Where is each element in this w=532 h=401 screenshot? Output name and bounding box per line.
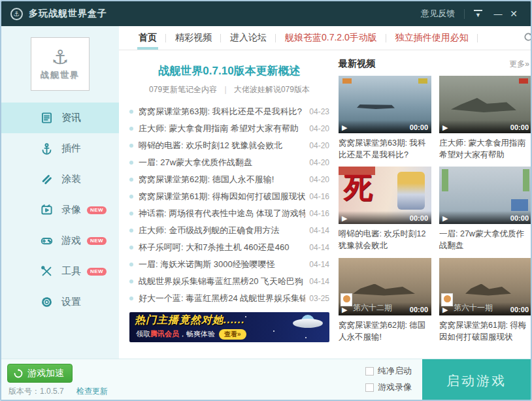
clean-launch-option[interactable]: 纯净启动	[365, 365, 412, 377]
banner-decor	[273, 330, 274, 332]
banner-decor	[245, 316, 246, 317]
footer-bar: 游戏加速 版本号：1.0.5.7 检查更新 纯净启动 游戏录像 启动游戏	[1, 359, 531, 401]
bullet-icon	[129, 144, 133, 148]
sidebar-item-label: 插件	[61, 142, 81, 155]
news-item[interactable]: 一眉: 海妖米诺陶斯 3000经验嘤嘤怪04-14	[129, 256, 329, 273]
video-grid: ▶ 00:00 窝窝屎课堂第63期: 我科比还是不是我科比? ▶	[339, 76, 532, 349]
tab-forum[interactable]: 进入论坛	[221, 26, 276, 50]
news-item[interactable]: 神话霜: 两场很有代表性中途岛 体现了游戏特04-16	[129, 205, 329, 222]
banner-subtext: 领取腾讯会员，畅爽体验查看»	[136, 329, 246, 340]
launch-game-button[interactable]: 启动游戏	[422, 359, 531, 401]
sidebar-item-tools[interactable]: 工具 NEW	[1, 256, 119, 287]
play-icon: ▶	[442, 306, 448, 314]
sidebar-item-games[interactable]: 游戏 NEW	[1, 225, 119, 256]
thumbnail-decor	[418, 78, 427, 84]
video-title: 一眉: 27w蒙大拿优质作战翻盘	[439, 228, 532, 251]
sidebar-item-replays[interactable]: 录像 NEW	[1, 195, 119, 225]
main-panel: 首页 精彩视频 进入论坛 舰娘苍蓝0.7.2.0手动版 独立插件使用必知 战舰世…	[119, 26, 532, 359]
bullet-icon	[129, 178, 133, 182]
tab-kancolle-manual[interactable]: 舰娘苍蓝0.7.2.0手动版	[276, 26, 386, 50]
game-accelerator-button[interactable]: 游戏加速	[7, 364, 73, 383]
play-icon: ▶	[442, 214, 448, 223]
sidebar-item-settings[interactable]: 设置	[1, 287, 119, 317]
banner-highlight: 腾讯会员	[150, 330, 179, 338]
sidebar-item-news[interactable]: 资讯	[1, 103, 119, 133]
bullet-icon	[129, 263, 133, 266]
episode-label: 第六十一期	[454, 302, 493, 313]
game-recording-option[interactable]: 游戏录像	[365, 381, 412, 393]
news-item[interactable]: 窝窝屎课堂第62期: 德国人永不服输!04-20	[129, 171, 329, 188]
news-item[interactable]: 庄大师: 蒙大拿食用指南 希望对大家有帮助04-20	[129, 120, 329, 137]
news-item[interactable]: 庄大师: 金币级战列舰的正确食用方法04-14	[129, 222, 329, 239]
news-item[interactable]: 窝窝屎课堂第63期: 我科比还是不是我科比?04-23	[129, 103, 329, 120]
thumbnail-decor	[442, 169, 448, 191]
news-item[interactable]: 嘚铞的电酱: 欢乐时刻12 犹豫就会败北04-20	[129, 137, 329, 154]
skin-menu-icon[interactable]: ▼	[474, 10, 482, 18]
promo-banner[interactable]: 热门主播竟然对她...... 领取腾讯会员，畅爽体验查看»	[129, 312, 329, 342]
video-title: 窝窝屎课堂第62期: 德国人永不服输!	[339, 319, 431, 343]
banner-text: 领取	[136, 330, 150, 338]
video-duration: 00:00	[510, 214, 529, 222]
more-videos-link[interactable]: 更多»	[509, 59, 529, 70]
banner-cta-button[interactable]: 查看»	[219, 329, 246, 340]
close-icon[interactable]: ✕	[506, 8, 522, 19]
play-icon: ▶	[342, 214, 347, 223]
bullet-icon	[129, 161, 133, 165]
check-update-link[interactable]: 检查更新	[76, 387, 108, 396]
videos-column: 最新视频 更多» ▶ 00:00	[329, 56, 532, 359]
video-thumbnail: ▶ 第六十二期 00:00	[339, 258, 431, 315]
checkbox-label: 游戏录像	[378, 381, 412, 393]
banner-headline: 热门主播竟然对她......	[135, 313, 245, 327]
paintbrush-icon	[41, 173, 53, 185]
bullet-icon	[129, 229, 133, 233]
video-card[interactable]: ▶ 00:00 庄大师: 蒙大拿食用指南 希望对大家有帮助	[439, 76, 532, 161]
new-badge: NEW	[87, 206, 107, 214]
minimize-icon[interactable]: —	[490, 9, 506, 19]
ship-silhouette	[451, 98, 516, 112]
streamer-avatar	[341, 293, 352, 306]
video-title: 窝窝屎课堂第61期: 得梅因如何打破国服现状	[439, 319, 532, 343]
sidebar-item-plugins[interactable]: 插件	[1, 133, 119, 164]
checkbox-icon[interactable]	[365, 367, 374, 376]
episode-label: 第六十二期	[353, 302, 392, 313]
feedback-link[interactable]: 意见反馈	[421, 8, 455, 20]
news-item[interactable]: 一眉: 27w蒙大拿优质作战翻盘04-20	[129, 154, 329, 171]
tab-home[interactable]: 首页	[129, 26, 166, 50]
tab-videos[interactable]: 精彩视频	[166, 26, 221, 50]
sidebar-item-skins[interactable]: 涂装	[1, 164, 119, 195]
bullet-icon	[129, 246, 133, 249]
news-item[interactable]: 杯子乐呵呵: 大和7杀推土机 460还是46004-14	[129, 239, 329, 256]
sublink-commentary[interactable]: 大佬波娃解说079版本	[234, 85, 310, 94]
video-thumbnail: 死 ▶ 00:00	[339, 167, 431, 224]
gear-icon	[41, 296, 53, 308]
anchor-icon	[41, 142, 53, 155]
video-card[interactable]: 死 ▶ 00:00 嘚铞的电酱: 欢乐时刻12 犹豫就会败北	[339, 167, 431, 251]
video-card[interactable]: ▶ 第六十一期 00:00 窝窝屎课堂第61期: 得梅因如何打破国服现状	[439, 258, 532, 343]
bullet-icon	[129, 110, 133, 114]
featured-headline[interactable]: 战舰世界0.7.10版本更新概述	[129, 63, 329, 78]
news-column: 战舰世界0.7.10版本更新概述 079更新笔记全内容 | 大佬波娃解说079版…	[129, 56, 329, 359]
sublink-divider: |	[224, 85, 226, 94]
video-duration: 00:00	[410, 306, 428, 313]
tab-plugin-notice[interactable]: 独立插件使用必知	[386, 26, 478, 50]
video-thumbnail: ▶ 00:00	[439, 167, 532, 224]
news-item[interactable]: 战舰世界娱乐集锦毒蓝红黑榜20 飞天哈巴狗04-14	[129, 273, 329, 290]
news-item[interactable]: 好大一个蓝: 毒蓝红黑榜24 战舰世界娱乐集锦03-25	[129, 290, 329, 307]
wrench-icon	[41, 265, 53, 278]
sidebar-item-label: 游戏	[61, 234, 81, 247]
bullet-icon	[129, 280, 133, 283]
video-card[interactable]: ▶ 00:00 一眉: 27w蒙大拿优质作战翻盘	[439, 167, 532, 251]
video-card[interactable]: ▶ 第六十二期 00:00 窝窝屎课堂第62期: 德国人永不服输!	[339, 258, 431, 343]
refresh-icon[interactable]	[524, 32, 532, 44]
thumbnail-decor	[523, 169, 529, 191]
play-icon: ▶	[442, 123, 448, 132]
video-card[interactable]: ▶ 00:00 窝窝屎课堂第63期: 我科比还是不是我科比?	[339, 76, 431, 161]
sublink-patch-notes[interactable]: 079更新笔记全内容	[149, 85, 217, 94]
news-item[interactable]: 窝窝屎课堂第61期: 得梅因如何打破国服现状04-16	[129, 188, 329, 205]
checkbox-icon[interactable]	[365, 383, 374, 392]
videos-title: 最新视频	[339, 58, 375, 70]
titlebar: ⚓ 多玩战舰世界盒子 意见反馈 ▼ — ✕	[1, 1, 531, 26]
app-logo-icon: ⚓	[10, 8, 23, 20]
play-icon: ▶	[342, 123, 347, 132]
play-icon: ▶	[342, 306, 347, 314]
